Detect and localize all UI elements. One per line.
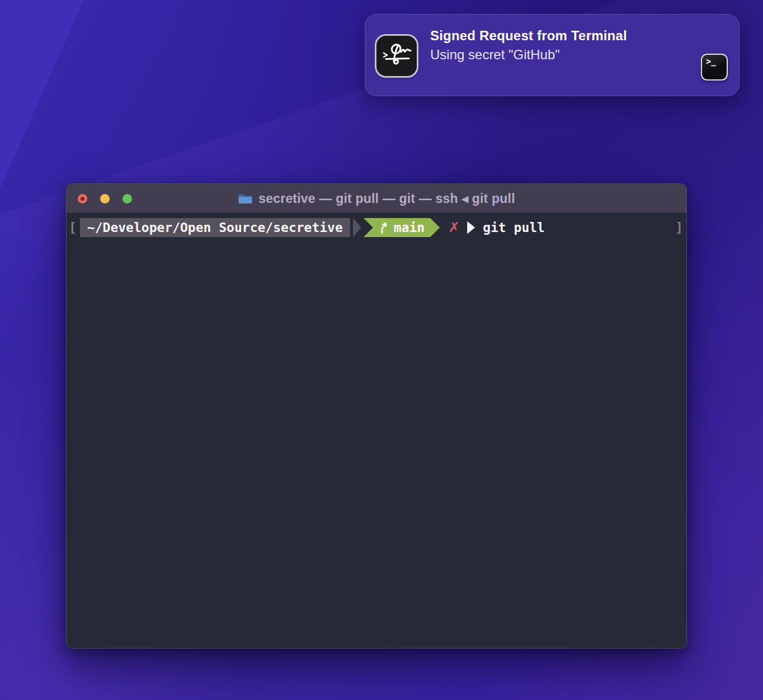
zoom-button[interactable] — [123, 194, 132, 204]
window-title: secretive — git pull — git — ssh ◂ git p… — [258, 191, 515, 206]
prompt-caret-icon — [467, 221, 475, 234]
terminal-glyph: >_ — [706, 56, 716, 67]
prompt-path-segment: ~/Developer/Open Source/secretive — [80, 218, 350, 237]
notification-title: Signed Request from Terminal — [430, 28, 627, 44]
prompt-branch-segment: main — [364, 218, 440, 237]
close-button[interactable] — [78, 194, 87, 204]
branch-name: main — [394, 220, 425, 235]
minimize-button[interactable] — [100, 194, 110, 204]
window-titlebar[interactable]: secretive — git pull — git — ssh ◂ git p… — [67, 184, 686, 214]
git-branch-icon — [379, 221, 389, 234]
folder-icon — [238, 192, 253, 205]
status-mark: ✗ — [448, 218, 460, 237]
command-text: git pull — [483, 220, 545, 235]
terminal-app-icon: >_ — [701, 54, 728, 81]
terminal-content[interactable]: [ ~/Developer/Open Source/secretive main… — [67, 214, 686, 649]
notification-subtitle: Using secret "GitHub" — [430, 47, 560, 63]
left-bracket: [ — [69, 220, 77, 235]
powerline-arrow-icon — [353, 218, 361, 237]
secretive-app-icon — [376, 36, 417, 76]
signature-icon — [376, 36, 417, 76]
right-bracket: ] — [675, 218, 683, 237]
terminal-window: secretive — git pull — git — ssh ◂ git p… — [66, 183, 687, 649]
prompt-line: [ ~/Developer/Open Source/secretive main… — [67, 218, 686, 237]
notification-banner[interactable]: Signed Request from Terminal Using secre… — [365, 14, 740, 96]
traffic-lights — [78, 194, 132, 204]
